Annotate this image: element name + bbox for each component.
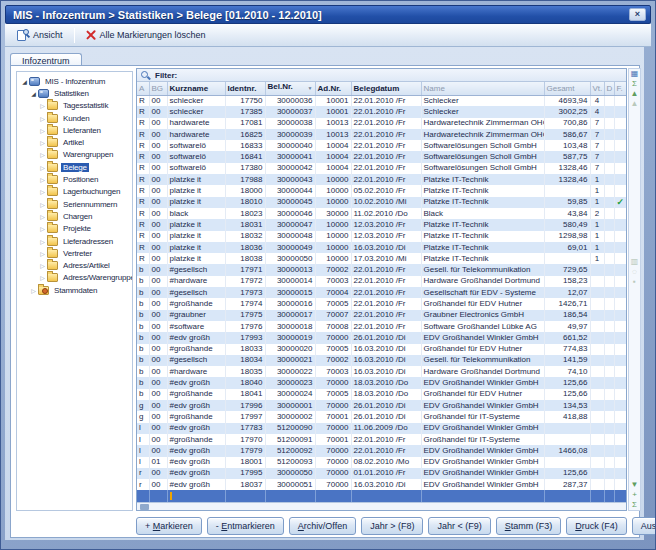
- cell-f[interactable]: [614, 310, 626, 321]
- tree-collapsed-arrow-icon[interactable]: ▷: [38, 213, 47, 220]
- cell-kurzname[interactable]: platzke it: [167, 174, 225, 185]
- cell-f[interactable]: [614, 355, 626, 366]
- cell-f[interactable]: [614, 445, 626, 456]
- cell-ad-nr[interactable]: 10004: [315, 151, 351, 162]
- cell-d[interactable]: [604, 197, 614, 208]
- cell-name[interactable]: Großhandel für IT-Systeme: [421, 411, 544, 422]
- cell-f[interactable]: [614, 129, 626, 140]
- tree-item-stammdaten[interactable]: ▷Stammdaten: [17, 284, 132, 296]
- cell-a[interactable]: b: [137, 355, 149, 366]
- cell-bg[interactable]: 00: [149, 366, 167, 377]
- cell-ad-nr[interactable]: 70008: [315, 321, 351, 332]
- cell-bel-nr[interactable]: 30000018: [265, 321, 315, 332]
- cell-identnr[interactable]: 16825: [225, 129, 265, 140]
- table-row[interactable]: R00platzke it18031300000471000012.03.201…: [137, 219, 626, 230]
- cell-bel-nr[interactable]: 30000013: [265, 264, 315, 275]
- cell-a[interactable]: R: [137, 231, 149, 242]
- cell-f[interactable]: [614, 389, 626, 400]
- cell-a[interactable]: R: [137, 242, 149, 253]
- cell-d[interactable]: [604, 231, 614, 242]
- cell-a[interactable]: R: [137, 95, 149, 106]
- tree-collapsed-arrow-icon[interactable]: ▷: [38, 164, 47, 171]
- cell-bel-nr[interactable]: 30000024: [265, 389, 315, 400]
- cell-vt[interactable]: 1: [590, 197, 604, 208]
- cell-bel-nr[interactable]: 30000015: [265, 287, 315, 298]
- cell-identnr[interactable]: 17385: [225, 106, 265, 117]
- tree-collapsed-arrow-icon[interactable]: ▷: [38, 127, 47, 134]
- cell-kurzname[interactable]: #edv großh: [167, 468, 225, 479]
- tree-expanded-arrow-icon[interactable]: ◢: [29, 90, 38, 97]
- marker-icon[interactable]: ▪: [633, 277, 636, 287]
- cell-bel-nr[interactable]: 30000049: [265, 242, 315, 253]
- cell-bel-nr[interactable]: 30000019: [265, 332, 315, 343]
- cell-vt[interactable]: [590, 287, 604, 298]
- cell-a[interactable]: R: [137, 208, 149, 219]
- table-row[interactable]: R00softwarelö17380300000421000422.01.201…: [137, 163, 626, 174]
- cell-gesamt[interactable]: 418,88: [544, 411, 590, 422]
- cell-vt[interactable]: 2: [590, 208, 604, 219]
- cell-belegdatum[interactable]: 22.01.2010 /Fr: [351, 276, 421, 287]
- close-button[interactable]: ×: [629, 8, 646, 21]
- tree-collapsed-arrow-icon[interactable]: ▷: [38, 176, 47, 183]
- cell-vt[interactable]: 7: [590, 163, 604, 174]
- table-row[interactable]: b00#hardware17972300000147000322.01.2010…: [137, 276, 626, 287]
- cell-gesamt[interactable]: 134,53: [544, 400, 590, 411]
- table-row[interactable]: R00hardwarete16825300000391001322.01.201…: [137, 129, 626, 140]
- cell-vt[interactable]: 7: [590, 140, 604, 151]
- cell-d[interactable]: [604, 321, 614, 332]
- cell-belegdatum[interactable]: 26.01.2010 /Di: [351, 411, 421, 422]
- cell-d[interactable]: [604, 151, 614, 162]
- button-archiv-offen[interactable]: Archiv/Offen: [289, 517, 356, 535]
- cell-belegdatum[interactable]: 22.01.2010 /Fr: [351, 264, 421, 275]
- cell-f[interactable]: ✓: [614, 197, 626, 208]
- cell-gesamt[interactable]: 186,54: [544, 310, 590, 321]
- cell-kurzname[interactable]: #hardware: [167, 366, 225, 377]
- cell-bg[interactable]: 00: [149, 468, 167, 479]
- cell-name[interactable]: Großhandel für EDV Hutner: [421, 298, 544, 309]
- cell-a[interactable]: b: [137, 377, 149, 388]
- cell-bel-nr[interactable]: 30000043: [265, 174, 315, 185]
- cell-a[interactable]: R: [137, 118, 149, 129]
- cell-gesamt[interactable]: 49,97: [544, 321, 590, 332]
- cell-kurzname[interactable]: #hardware: [167, 276, 225, 287]
- table-row[interactable]: g00#edv großh17996300000017000026.01.201…: [137, 400, 626, 411]
- cell-ad-nr[interactable]: 70007: [315, 310, 351, 321]
- cell-a[interactable]: b: [137, 321, 149, 332]
- cell-vt[interactable]: 4: [590, 106, 604, 117]
- cell-d[interactable]: [604, 344, 614, 355]
- cell-vt[interactable]: 1: [590, 231, 604, 242]
- cell-belegdatum[interactable]: 16.03.2010 /Di: [351, 479, 421, 490]
- cell-name[interactable]: EDV Großhandel Winkler GmbH: [421, 377, 544, 388]
- table-row[interactable]: R00softwarelö16841300000411000422.01.201…: [137, 151, 626, 162]
- cell-ad-nr[interactable]: 10001: [315, 106, 351, 117]
- cell-bg[interactable]: 00: [149, 264, 167, 275]
- cell-bg[interactable]: 00: [149, 185, 167, 196]
- cell-belegdatum[interactable]: 11.02.2010 /Do: [351, 208, 421, 219]
- cell-a[interactable]: R: [137, 174, 149, 185]
- cell-a[interactable]: b: [137, 332, 149, 343]
- cell-ad-nr[interactable]: 10000: [315, 219, 351, 230]
- cell-belegdatum[interactable]: 22.01.2010 /Fr: [351, 95, 421, 106]
- cell-identnr[interactable]: 18036: [225, 242, 265, 253]
- button-markieren[interactable]: + Markieren: [136, 517, 202, 535]
- cell-gesamt[interactable]: 586,67: [544, 129, 590, 140]
- cell-belegdatum[interactable]: 22.01.2010 /Fr: [351, 118, 421, 129]
- table-row[interactable]: R00platzke it18038300000501000017.03.201…: [137, 253, 626, 264]
- cell-bel-nr[interactable]: 30000022: [265, 366, 315, 377]
- cell-vt[interactable]: 7: [590, 151, 604, 162]
- cell-d[interactable]: [604, 242, 614, 253]
- tree-item-statistiken[interactable]: ◢Statistiken: [17, 87, 132, 99]
- cell-bg[interactable]: 00: [149, 197, 167, 208]
- cell-bg[interactable]: 00: [149, 332, 167, 343]
- table-row[interactable]: R00hardwarete17081300000381001322.01.201…: [137, 118, 626, 129]
- cell-bg[interactable]: 00: [149, 389, 167, 400]
- cell-gesamt[interactable]: 1298,98: [544, 231, 590, 242]
- cell-bel-nr[interactable]: 30000036: [265, 95, 315, 106]
- cell-d[interactable]: [604, 479, 614, 490]
- tree-item-lagerbuchungen[interactable]: ▷Lagerbuchungen: [17, 186, 132, 198]
- cell-name[interactable]: EDV Großhandel Winkler GmbH: [421, 479, 544, 490]
- cell-f[interactable]: [614, 276, 626, 287]
- cell-d[interactable]: [604, 253, 614, 264]
- cell-belegdatum[interactable]: 22.01.2010 /Fr: [351, 310, 421, 321]
- cell-d[interactable]: [604, 219, 614, 230]
